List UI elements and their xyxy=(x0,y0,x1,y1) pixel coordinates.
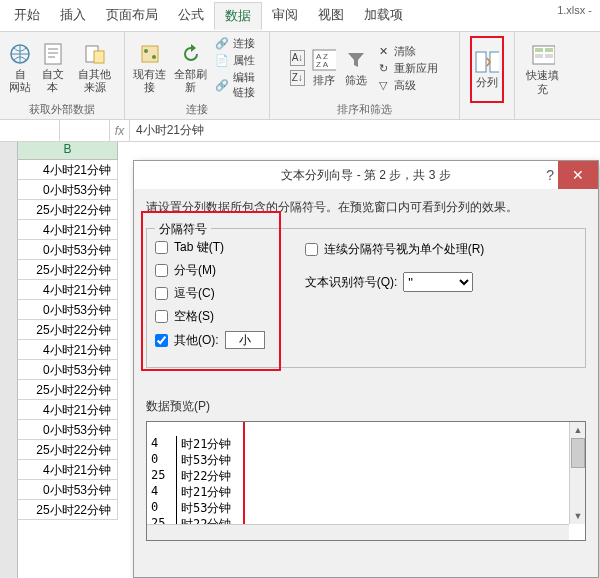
from-web-label: 自 网站 xyxy=(9,68,31,94)
svg-text:Z A: Z A xyxy=(316,60,329,69)
tab-pagelayout[interactable]: 页面布局 xyxy=(96,2,168,29)
reapply-button[interactable]: ↻重新应用 xyxy=(374,61,440,76)
svg-rect-15 xyxy=(535,54,543,58)
tab-addins[interactable]: 加载项 xyxy=(354,2,413,29)
dialog-titlebar[interactable]: 文本分列向导 - 第 2 步，共 3 步 ? ✕ xyxy=(134,161,598,189)
close-button[interactable]: ✕ xyxy=(558,161,598,189)
existing-conn-button[interactable]: 现有连接 xyxy=(131,40,168,96)
link-icon: 🔗 xyxy=(215,37,229,51)
tab-insert[interactable]: 插入 xyxy=(50,2,96,29)
sort-za-button[interactable]: Z↓ xyxy=(289,69,307,87)
props-icon: 📄 xyxy=(215,54,229,68)
advanced-button[interactable]: ▽高级 xyxy=(374,78,440,93)
flash-fill-button[interactable]: 快速填充 xyxy=(521,41,564,97)
connections-button[interactable]: 🔗连接 xyxy=(213,36,263,51)
cell[interactable]: 4小时21分钟 xyxy=(18,280,118,300)
properties-label: 属性 xyxy=(233,53,255,68)
tab-view[interactable]: 视图 xyxy=(308,2,354,29)
cell[interactable]: 25小时22分钟 xyxy=(18,500,118,520)
highlight-delimiters xyxy=(141,211,281,371)
text-to-columns-icon xyxy=(475,50,499,74)
flash-fill-icon xyxy=(531,43,555,67)
svg-rect-11 xyxy=(490,52,499,72)
cell[interactable]: 25小时22分钟 xyxy=(18,320,118,340)
cell[interactable]: 25小时22分钟 xyxy=(18,440,118,460)
preview-box: 4时21分钟 0时53分钟 25时22分钟 4时21分钟 0时53分钟 25时2… xyxy=(146,421,586,541)
group-connections: 现有连接 全部刷新 🔗连接 📄属性 🔗编辑链接 连接 xyxy=(125,32,270,119)
group-tools-spacer xyxy=(485,103,488,117)
globe-icon xyxy=(8,42,32,66)
tab-review[interactable]: 审阅 xyxy=(262,2,308,29)
cell[interactable]: 25小时22分钟 xyxy=(18,200,118,220)
group-external-label: 获取外部数据 xyxy=(29,100,95,117)
sort-az-button[interactable]: A↓ xyxy=(289,49,307,67)
svg-point-6 xyxy=(152,55,156,59)
text-to-columns-button[interactable]: 分列 xyxy=(473,48,501,91)
editlinks-button[interactable]: 🔗编辑链接 xyxy=(213,70,263,100)
text-to-columns-label: 分列 xyxy=(476,76,498,89)
reapply-label: 重新应用 xyxy=(394,61,438,76)
cell[interactable]: 4小时21分钟 xyxy=(18,400,118,420)
refresh-all-button[interactable]: 全部刷新 xyxy=(172,40,209,96)
cell[interactable]: 4小时21分钟 xyxy=(18,220,118,240)
preview-label: 数据预览(P) xyxy=(146,398,586,415)
from-web-button[interactable]: 自 网站 xyxy=(6,40,34,96)
scroll-thumb[interactable] xyxy=(571,438,585,468)
from-other-label: 自其他来源 xyxy=(74,68,117,94)
flash-fill-label: 快速填充 xyxy=(523,69,562,95)
properties-button[interactable]: 📄属性 xyxy=(213,53,263,68)
col-headers: B xyxy=(18,142,118,160)
filter-button[interactable]: 筛选 xyxy=(342,46,370,89)
cell[interactable]: 0小时53分钟 xyxy=(18,480,118,500)
cell[interactable]: 0小时53分钟 xyxy=(18,360,118,380)
dialog-body: 请设置分列数据所包含的分隔符号。在预览窗口内可看到分列的效果。 分隔符号 Tab… xyxy=(134,189,598,551)
chk-consecutive-input[interactable] xyxy=(305,243,318,256)
cell[interactable]: 0小时53分钟 xyxy=(18,300,118,320)
tab-data[interactable]: 数据 xyxy=(214,2,262,30)
cell[interactable]: 0小时53分钟 xyxy=(18,180,118,200)
other-source-icon xyxy=(83,42,107,66)
from-text-button[interactable]: 自文本 xyxy=(38,40,68,96)
existing-conn-icon xyxy=(138,42,162,66)
sort-icon: A ZZ A xyxy=(312,48,336,72)
svg-rect-3 xyxy=(94,51,104,63)
cell[interactable]: 25小时22分钟 xyxy=(18,380,118,400)
scroll-down-icon[interactable]: ▼ xyxy=(570,508,586,524)
sort-button[interactable]: A ZZ A 排序 xyxy=(310,46,338,89)
svg-rect-16 xyxy=(545,54,553,58)
fx-label[interactable]: fx xyxy=(110,120,130,141)
preview-scroll-v[interactable]: ▲ ▼ xyxy=(569,422,585,524)
refresh-icon xyxy=(179,42,203,66)
preview-scroll-h[interactable] xyxy=(147,524,569,540)
advanced-icon: ▽ xyxy=(376,78,390,92)
formula-bar: fx 4小时21分钟 xyxy=(0,120,600,142)
name-box[interactable] xyxy=(0,120,60,141)
sort-label: 排序 xyxy=(313,74,335,87)
editlink-icon: 🔗 xyxy=(215,78,229,92)
ribbon: 自 网站 自文本 自其他来源 获取外部数据 现有连接 全部刷新 � xyxy=(0,32,600,120)
cell[interactable]: 4小时21分钟 xyxy=(18,160,118,180)
chk-consecutive[interactable]: 连续分隔符号视为单个处理(R) xyxy=(305,241,485,258)
help-button[interactable]: ? xyxy=(546,167,554,183)
clear-label: 清除 xyxy=(394,44,416,59)
cell[interactable]: 0小时53分钟 xyxy=(18,240,118,260)
formula-value[interactable]: 4小时21分钟 xyxy=(130,122,600,139)
cell[interactable]: 0小时53分钟 xyxy=(18,420,118,440)
from-other-button[interactable]: 自其他来源 xyxy=(72,40,119,96)
cell[interactable]: 4小时21分钟 xyxy=(18,340,118,360)
clear-button[interactable]: ✕清除 xyxy=(374,44,440,59)
group-sort-filter: A↓ Z↓ A ZZ A 排序 筛选 ✕清除 ↻重新应用 ▽高级 排序和筛选 xyxy=(270,32,460,119)
advanced-label: 高级 xyxy=(394,78,416,93)
cell[interactable]: 4小时21分钟 xyxy=(18,460,118,480)
scroll-up-icon[interactable]: ▲ xyxy=(570,422,586,438)
tab-formula[interactable]: 公式 xyxy=(168,2,214,29)
ribbon-tabs: 开始 插入 页面布局 公式 数据 审阅 视图 加载项 xyxy=(0,0,600,32)
chk-consecutive-label: 连续分隔符号视为单个处理(R) xyxy=(324,241,485,258)
text-qualifier-select[interactable]: " xyxy=(403,272,473,292)
group-text-to-columns: 分列 xyxy=(460,32,515,119)
tab-start[interactable]: 开始 xyxy=(4,2,50,29)
svg-rect-13 xyxy=(535,48,543,52)
cell[interactable]: 25小时22分钟 xyxy=(18,260,118,280)
filename-label: 1.xlsx - xyxy=(557,4,592,16)
col-B-header[interactable]: B xyxy=(18,142,118,159)
